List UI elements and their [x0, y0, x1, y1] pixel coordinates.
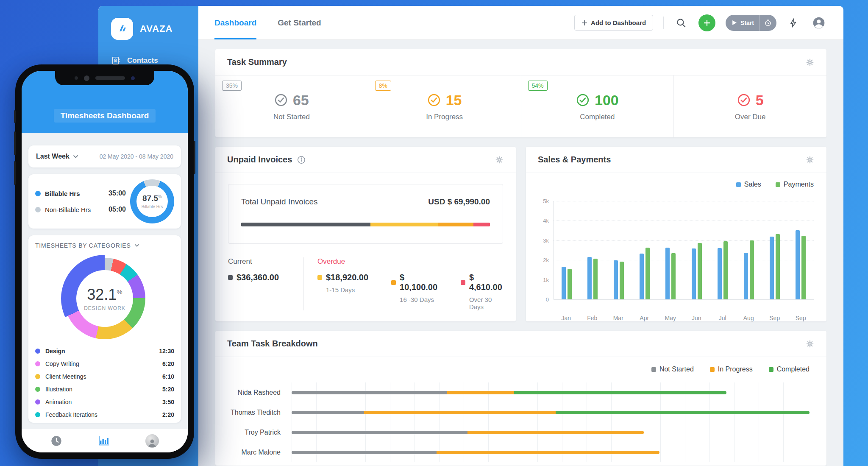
bar-payments: [568, 269, 572, 299]
activity-button[interactable]: [787, 16, 800, 30]
phone-volume-down-button: [14, 161, 16, 185]
team-bar-track: [292, 442, 810, 462]
timer-clock-segment[interactable]: [760, 15, 776, 31]
donut-percent: 87.5: [142, 194, 158, 203]
bar-payments: [723, 241, 728, 299]
segment-in-progress: [447, 391, 515, 394]
quick-add-button[interactable]: [698, 14, 715, 31]
period-selector[interactable]: Last Week 02 May 2020 - 08 May 2020: [28, 145, 181, 167]
task-count: 5: [756, 92, 764, 109]
sales-y-axis: 5k4k3k2k1k0: [537, 201, 553, 299]
team-bar-track: [292, 422, 810, 442]
overdue-value: $ 4,610.00: [469, 273, 503, 292]
category-legend-row: Client Meetings6:10: [35, 370, 174, 383]
tab-get-started[interactable]: Get Started: [278, 6, 321, 39]
sidebar-item-label: Contacts: [127, 56, 158, 65]
search-icon: [676, 17, 687, 28]
category-label: Animation: [45, 399, 157, 405]
hours-value: 35:00: [108, 190, 126, 197]
category-hours: 2:20: [162, 411, 174, 418]
sales-payments-gear-icon[interactable]: [805, 155, 815, 165]
phone-app-title: Timesheets Dashboard: [54, 109, 156, 123]
hours-label: Non-Billable Hrs: [45, 206, 104, 213]
add-to-dashboard-button[interactable]: Add to Dashboard: [574, 15, 653, 31]
legend-item: Sales: [736, 181, 761, 188]
category-legend-row: Illustration5:20: [35, 383, 174, 396]
nav-profile-avatar[interactable]: [145, 434, 159, 448]
task-summary-title: Task Summary: [227, 57, 287, 67]
team-task-breakdown-card: Team Task Breakdown Not StartedIn Progre…: [215, 331, 826, 466]
plus-icon: [581, 20, 587, 26]
bar-sales: [640, 254, 644, 299]
invoice-bar-segment: [438, 223, 474, 226]
x-tick-label: Aug: [736, 315, 762, 321]
task-status-label: Over Due: [735, 113, 766, 121]
team-task-gear-icon[interactable]: [805, 339, 815, 349]
team-member-row: Troy Patrick: [215, 422, 810, 442]
task-summary-card: Task Summary 35%65Not Started8%15In Prog…: [215, 49, 826, 137]
sales-legend: SalesPayments: [537, 181, 814, 188]
category-dot: [35, 349, 40, 354]
unpaid-invoices-gear-icon[interactable]: [495, 155, 504, 165]
chevron-down-icon[interactable]: [134, 244, 139, 247]
overdue-items: $18,920.001-15 Days$ 10,100.0016 -30 Day…: [317, 266, 503, 310]
start-timer-button[interactable]: Start: [726, 15, 776, 31]
task-summary-body: 35%65Not Started8%15In Progress54%100Com…: [215, 75, 826, 137]
current-section: Current $36,360.00: [228, 257, 303, 310]
tab-dashboard[interactable]: Dashboard: [214, 6, 256, 39]
categories-center-label: DESIGN WORK: [84, 305, 125, 311]
check-circle-icon: [737, 93, 751, 107]
brand-name: AVAZA: [140, 23, 173, 34]
search-button[interactable]: [674, 16, 688, 30]
segment-not-started: [292, 411, 364, 414]
task-status-label: In Progress: [426, 113, 463, 121]
task-status-label: Not Started: [273, 113, 310, 121]
overdue-item: $ 4,610.00Over 30 Days: [461, 266, 503, 310]
topbar-actions: Add to Dashboard Start: [574, 6, 827, 39]
profile-button[interactable]: [810, 14, 827, 31]
camera-dot: [84, 75, 89, 81]
bar-group: [762, 201, 787, 299]
unpaid-total-box: Total Unpaid Invoices USD $ 69,990.00: [228, 184, 503, 244]
invoice-bar-segment: [370, 223, 438, 226]
task-summary-gear-icon[interactable]: [805, 58, 815, 67]
phone-volume-up-button: [14, 131, 16, 155]
bar-group: [606, 201, 632, 299]
hours-value: 05:00: [108, 206, 126, 213]
task-count: 15: [446, 92, 462, 109]
app-window: AVAZA Contacts Chat Dashboard Get Starte…: [98, 6, 843, 466]
legend-label: In Progress: [718, 366, 753, 373]
bar-payments: [645, 248, 650, 299]
x-tick-label: Mar: [605, 315, 632, 321]
add-to-dashboard-label: Add to Dashboard: [591, 19, 646, 26]
current-swatch: [228, 275, 233, 280]
legend-item: Completed: [769, 366, 810, 373]
category-legend-row: Feedback Iterations2:20: [35, 408, 174, 421]
bar-payments: [671, 253, 676, 299]
task-summary-item: 5Over Due: [673, 75, 826, 137]
phone-bottom-nav: [22, 429, 188, 452]
sales-payments-title: Sales & Payments: [538, 155, 611, 165]
overdue-section: Overdue $18,920.001-15 Days$ 10,100.0016…: [303, 257, 503, 310]
segment-not-started: [292, 451, 437, 454]
category-label: Illustration: [45, 386, 157, 393]
bar-payments: [620, 262, 624, 299]
overdue-item: $ 10,100.0016 -30 Days: [391, 266, 438, 310]
team-task-title: Team Task Breakdown: [227, 339, 318, 349]
clock-icon: [764, 19, 772, 27]
phone-screen: Timesheets Dashboard Last Week 02 May 20…: [22, 71, 188, 452]
bar-sales: [796, 230, 800, 299]
nav-reports-chart-icon[interactable]: [97, 435, 110, 446]
info-icon[interactable]: [297, 156, 306, 164]
invoice-bar-segment: [473, 223, 490, 226]
legend-item: In Progress: [710, 366, 753, 373]
x-tick-label: Jul: [709, 315, 736, 321]
dashboard-content: Task Summary 35%65Not Started8%15In Prog…: [198, 40, 843, 466]
team-member-row: Thomas Tleditch: [215, 402, 810, 422]
categories-legend: Design12:30Copy Writing6:20Client Meetin…: [35, 345, 174, 421]
nav-timesheet-clock-icon[interactable]: [50, 435, 62, 447]
x-tick-label: Sep: [788, 315, 814, 321]
unpaid-progress-bar: [241, 223, 490, 226]
segment-not-started: [292, 391, 447, 394]
check-circle-icon: [427, 93, 441, 107]
